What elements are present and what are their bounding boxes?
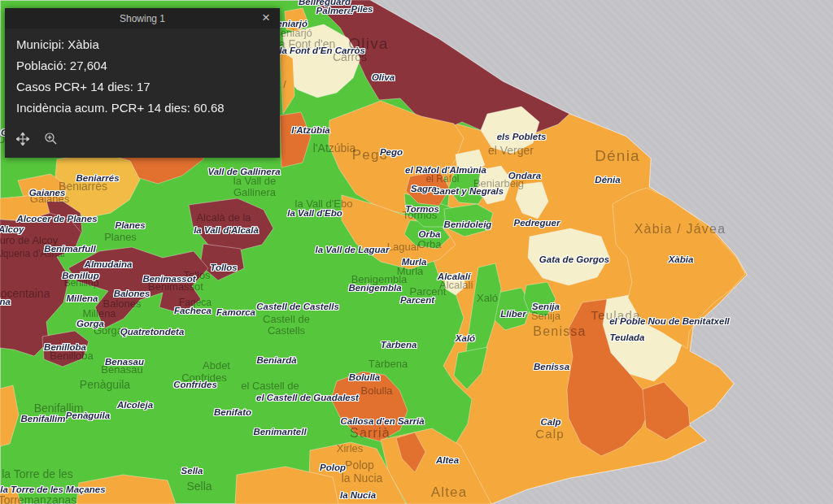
popup-title: Showing 1 bbox=[120, 13, 165, 24]
close-icon[interactable]: × bbox=[259, 9, 273, 27]
zoom-in-magnifier-icon bbox=[44, 132, 58, 146]
popup: Showing 1 × Municipi: XàbiaPoblació: 27,… bbox=[5, 8, 280, 158]
move-arrows-icon bbox=[16, 133, 29, 146]
popup-field: Casos PCR+ 14 dies: 17 bbox=[16, 76, 268, 98]
popup-body: Municipi: XàbiaPoblació: 27,604Casos PCR… bbox=[5, 28, 280, 127]
popup-title-bar[interactable]: Showing 1 × bbox=[5, 8, 280, 28]
pan-to-feature-button[interactable] bbox=[16, 133, 29, 148]
popup-field: Municipi: Xàbia bbox=[16, 34, 268, 55]
map-application: Olivala Font d'enCarròsBeniarjóga /gal'A… bbox=[0, 0, 833, 504]
popup-field: Població: 27,604 bbox=[16, 55, 268, 76]
popup-footer bbox=[5, 127, 280, 158]
popup-field: Incidència acum. PCR+ 14 dies: 60.68 bbox=[16, 98, 268, 119]
zoom-to-feature-button[interactable] bbox=[44, 132, 58, 148]
